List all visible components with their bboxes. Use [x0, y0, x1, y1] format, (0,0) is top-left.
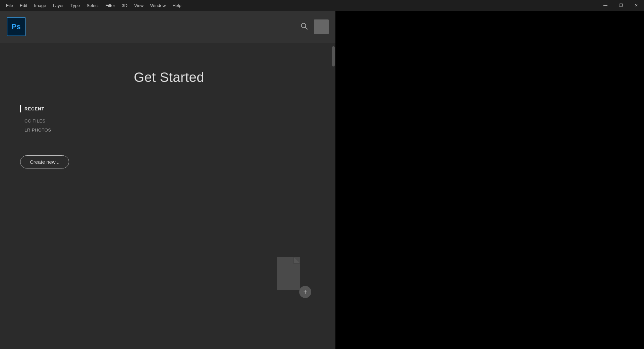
- workspace-canvas: [335, 11, 644, 349]
- recent-bar-decoration: [20, 105, 21, 112]
- scrollbar-thumb[interactable]: [332, 46, 335, 66]
- header-right: [298, 19, 329, 34]
- menu-image[interactable]: Image: [31, 1, 49, 10]
- avatar[interactable]: [314, 19, 329, 34]
- plus-icon: +: [299, 286, 311, 298]
- window-controls: — ❐ ✕: [598, 0, 644, 11]
- menu-layer[interactable]: Layer: [50, 1, 67, 10]
- content-with-scrollbar: Get Started RECENT CC FILES LR PHOTOS Cr…: [0, 43, 335, 349]
- svg-line-1: [305, 27, 307, 29]
- menu-filter[interactable]: Filter: [102, 1, 118, 10]
- menu-view[interactable]: View: [131, 1, 147, 10]
- search-icon[interactable]: [298, 20, 311, 34]
- minimize-button[interactable]: —: [598, 0, 613, 11]
- scrollbar[interactable]: [331, 43, 335, 349]
- menu-type[interactable]: Type: [67, 1, 83, 10]
- recent-label: RECENT: [20, 105, 318, 112]
- new-file-icon-container[interactable]: +: [275, 255, 309, 295]
- center-area: +: [275, 255, 309, 295]
- menu-select[interactable]: Select: [83, 1, 102, 10]
- menu-bar: File Edit Image Layer Type Select Filter…: [3, 1, 185, 10]
- menu-file[interactable]: File: [3, 1, 16, 10]
- app-area: Ps Get Started RECENT CC FILES LR: [0, 11, 644, 349]
- menu-edit[interactable]: Edit: [16, 1, 31, 10]
- scrollable-content: Get Started RECENT CC FILES LR PHOTOS Cr…: [0, 43, 331, 349]
- get-started-heading: Get Started: [20, 70, 318, 85]
- recent-heading: RECENT: [24, 106, 44, 111]
- home-panel: Ps Get Started RECENT CC FILES LR: [0, 11, 335, 349]
- maximize-button[interactable]: ❐: [613, 0, 629, 11]
- left-nav: RECENT CC FILES LR PHOTOS: [20, 105, 318, 134]
- panel-header: Ps: [0, 11, 335, 43]
- search-icon-svg: [301, 22, 308, 30]
- create-new-button[interactable]: Create new...: [20, 155, 69, 168]
- close-button[interactable]: ✕: [629, 0, 644, 11]
- cc-files-link[interactable]: CC FILES: [20, 117, 318, 125]
- lr-photos-link[interactable]: LR PHOTOS: [20, 126, 318, 134]
- menu-window[interactable]: Window: [147, 1, 169, 10]
- ps-logo: Ps: [7, 17, 25, 36]
- menu-3d[interactable]: 3D: [118, 1, 131, 10]
- title-bar: File Edit Image Layer Type Select Filter…: [0, 0, 644, 11]
- menu-help[interactable]: Help: [169, 1, 185, 10]
